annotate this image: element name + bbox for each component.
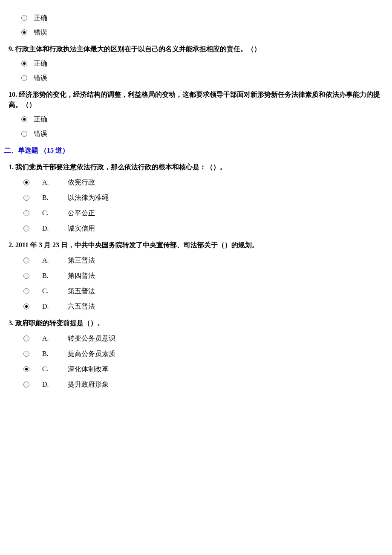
radio-unselected [23,351,29,357]
radio-selected [23,179,29,185]
option-letter: A. [42,255,55,266]
section2-header: 二、单选题 （15 道） [4,145,388,156]
q10-text: 10. 经济形势的变化，经济结构的调整，利益格局的变动，这都要求领导干部面对新形… [9,90,388,110]
radio-selected [21,61,27,66]
option-letter: B. [42,193,55,203]
radio-unselected [23,382,29,387]
option-label: 正确 [34,13,47,23]
mc-q3-body: 政府职能的转变前提是（）。 [15,319,104,327]
option-text: 第三普法 [68,255,95,266]
option-text: 第四普法 [68,271,95,281]
mc-q1-option-a[interactable]: A. 依宪行政 [23,177,388,188]
option-text: 第五普法 [68,286,95,296]
mc-q2-text: 2. 2011 年 3 月 23 日，中共中央国务院转发了中央宣传部、司法部关于… [9,240,388,250]
option-label: 正确 [34,58,47,69]
radio-selected [21,29,27,35]
mc-q3-text: 3. 政府职能的转变前提是（）。 [9,318,388,328]
mc-q2-body: 2011 年 3 月 23 日，中共中央国务院转发了中央宣传部、司法部关于（）的… [15,241,259,249]
radio-unselected [23,288,29,294]
mc-q3-num: 3. [9,319,14,327]
radio-selected [21,116,27,122]
option-text: 公平公正 [68,208,95,218]
option-letter: C. [42,208,55,218]
mc-q3-option-c[interactable]: C. 深化体制改革 [23,364,388,374]
option-letter: D. [42,379,55,390]
q8-option-correct[interactable]: 正确 [21,13,388,23]
option-letter: A. [42,333,55,344]
option-text: 诚实信用 [68,223,95,234]
radio-unselected [21,15,27,21]
option-letter: D. [42,223,55,234]
option-letter: A. [42,177,55,188]
mc-q2-num: 2. [9,241,14,249]
option-label: 错误 [34,73,47,83]
option-text: 依宪行政 [68,177,95,188]
option-letter: C. [42,364,55,374]
radio-selected [23,304,29,309]
option-text: 提升政府形象 [68,379,109,390]
option-text: 深化体制改革 [68,364,109,374]
option-text: 以法律为准绳 [68,193,109,203]
q9-text: 9. 行政主体和行政执法主体最大的区别在于以自己的名义并能承担相应的责任。（） [9,44,388,54]
q9-body: 行政主体和行政执法主体最大的区别在于以自己的名义并能承担相应的责任。（） [15,45,261,52]
q10-option-wrong[interactable]: 错误 [21,129,388,139]
option-letter: C. [42,286,55,296]
option-letter: D. [42,301,55,312]
mc-q1-option-d[interactable]: D. 诚实信用 [23,223,388,234]
mc-q1-option-b[interactable]: B. 以法律为准绳 [23,193,388,203]
radio-unselected [23,257,29,263]
option-label: 错误 [34,129,47,139]
mc-q2-option-d[interactable]: D. 六五普法 [23,301,388,312]
mc-q3-option-d[interactable]: D. 提升政府形象 [23,379,388,390]
radio-selected [23,366,29,372]
radio-unselected [23,210,29,216]
q9-option-wrong[interactable]: 错误 [21,73,388,83]
q9-option-correct[interactable]: 正确 [21,58,388,69]
option-text: 提高公务员素质 [68,349,115,359]
mc-q1-option-c[interactable]: C. 公平公正 [23,208,388,218]
option-letter: B. [42,271,55,281]
q9-num: 9. [9,45,14,52]
q10-num: 10. [9,91,17,98]
radio-unselected [23,225,29,231]
mc-q3-option-b[interactable]: B. 提高公务员素质 [23,349,388,359]
mc-q1-body: 我们党员干部要注意依法行政，那么依法行政的根本和核心是：（）。 [15,163,227,171]
q10-body: 经济形势的变化，经济结构的调整，利益格局的变动，这都要求领导干部面对新形势新任务… [9,91,380,108]
mc-q1-num: 1. [9,163,14,171]
option-label: 错误 [34,27,47,38]
option-label: 正确 [34,114,47,124]
radio-unselected [21,75,27,81]
mc-q2-option-a[interactable]: A. 第三普法 [23,255,388,266]
mc-q3-option-a[interactable]: A. 转变公务员意识 [23,333,388,344]
radio-unselected [21,131,27,137]
mc-q2-option-b[interactable]: B. 第四普法 [23,271,388,281]
option-text: 六五普法 [68,301,95,312]
radio-unselected [23,273,29,279]
mc-q1-text: 1. 我们党员干部要注意依法行政，那么依法行政的根本和核心是：（）。 [9,162,388,172]
radio-unselected [23,335,29,341]
mc-q2-option-c[interactable]: C. 第五普法 [23,286,388,296]
q8-option-wrong[interactable]: 错误 [21,27,388,38]
option-text: 转变公务员意识 [68,333,115,344]
radio-unselected [23,195,29,201]
option-letter: B. [42,349,55,359]
q10-option-correct[interactable]: 正确 [21,114,388,124]
